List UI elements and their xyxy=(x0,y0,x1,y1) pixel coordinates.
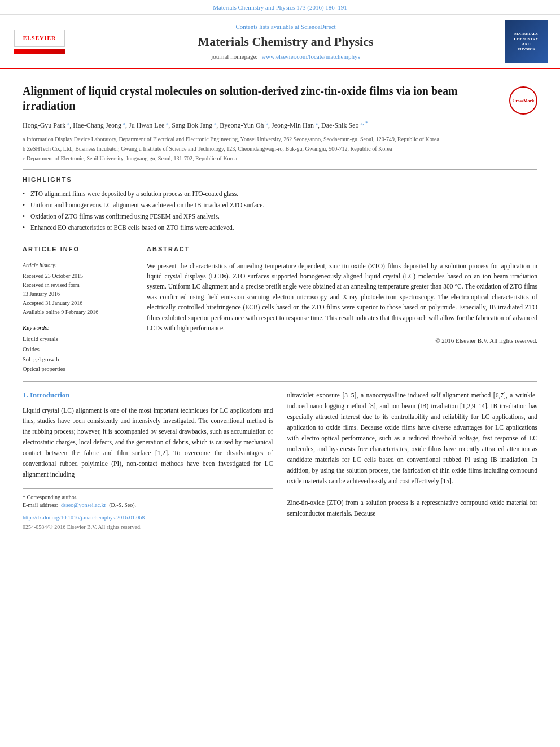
header-center: Contents lists available at ScienceDirec… xyxy=(73,23,498,62)
revised-date: Received in revised form 13 January 2016 xyxy=(23,281,135,299)
highlight-item: ZTO alignment films were deposited by a … xyxy=(23,189,537,198)
elsevier-logo: ELSEVIER xyxy=(14,30,65,47)
email-line: E-mail address: dsseo@yonsei.ac.kr (D.-S… xyxy=(23,501,273,509)
homepage-url[interactable]: www.elsevier.com/locate/matchemphys xyxy=(261,53,360,60)
keyword-2: Oxides xyxy=(23,344,135,355)
two-col-body: 1. Introduction Liquid crystal (LC) alig… xyxy=(23,390,537,531)
email-label: E-mail address: xyxy=(23,502,58,508)
corresponding-author: * Corresponding author. xyxy=(23,493,273,501)
keyword-4: Optical properties xyxy=(23,364,135,374)
journal-citation: Materials Chemistry and Physics 173 (201… xyxy=(213,4,347,11)
divider-2 xyxy=(23,238,537,238)
article-info-title: ARTICLE INFO xyxy=(23,245,135,256)
header-right: MATERIALS CHEMISTRY AND PHYSICS xyxy=(504,20,549,63)
available-date: Available online 9 February 2016 xyxy=(23,308,135,317)
main-content: Alignment of liquid crystal molecules on… xyxy=(0,69,560,543)
highlights-section: HIGHLIGHTS ZTO alignment films were depo… xyxy=(23,176,537,232)
affiliations-section: a Information Display Device Laboratory,… xyxy=(23,135,537,163)
article-title: Alignment of liquid crystal molecules on… xyxy=(23,84,537,113)
affiliation-a: a Information Display Device Laboratory,… xyxy=(23,135,537,143)
abstract-text: We present the characteristics of anneal… xyxy=(147,261,537,334)
accepted-date: Accepted 31 January 2016 xyxy=(23,299,135,308)
elsevier-bar xyxy=(14,49,65,54)
article-info-col: ARTICLE INFO Article history: Received 2… xyxy=(23,245,135,374)
article-title-container: Alignment of liquid crystal molecules on… xyxy=(23,84,537,113)
journal-badge: MATERIALS CHEMISTRY AND PHYSICS xyxy=(505,20,548,63)
intro-right-text: ultraviolet exposure [3–5], a nanocrysta… xyxy=(287,390,538,519)
keywords-section: Keywords: Liquid crystals Oxides Sol–gel… xyxy=(23,324,135,375)
received-date: Received 23 October 2015 xyxy=(23,272,135,281)
header-left: ELSEVIER xyxy=(11,30,68,54)
keyword-3: Sol–gel growth xyxy=(23,355,135,365)
body-left-col: 1. Introduction Liquid crystal (LC) alig… xyxy=(23,390,273,531)
homepage-line: journal homepage: www.elsevier.com/locat… xyxy=(73,53,498,61)
divider-3 xyxy=(23,381,537,382)
sciencedirect-link[interactable]: Contents lists available at ScienceDirec… xyxy=(73,23,498,31)
two-col-section: ARTICLE INFO Article history: Received 2… xyxy=(23,245,537,374)
issn-line: 0254-0584/© 2016 Elsevier B.V. All right… xyxy=(23,523,273,531)
author-list: Hong-Gyu Park a, Hae-Chang Jeong a, Ju H… xyxy=(23,121,368,129)
divider-1 xyxy=(23,169,537,170)
copyright-line: © 2016 Elsevier B.V. All rights reserved… xyxy=(147,337,537,345)
history-label: Article history: xyxy=(23,261,135,270)
body-content: 1. Introduction Liquid crystal (LC) alig… xyxy=(23,390,537,531)
highlights-list: ZTO alignment films were deposited by a … xyxy=(23,189,537,232)
doi-line[interactable]: http://dx.doi.org/10.1016/j.matchemphys.… xyxy=(23,514,273,522)
top-bar: Materials Chemistry and Physics 173 (201… xyxy=(0,0,560,15)
abstract-title: ABSTRACT xyxy=(147,245,537,256)
keywords-title: Keywords: xyxy=(23,324,135,332)
article-history: Article history: Received 23 October 201… xyxy=(23,261,135,317)
footnote-section: * Corresponding author. E-mail address: … xyxy=(23,488,273,531)
affiliation-b: b ZeSHTech Co., Ltd., Business Incubator… xyxy=(23,145,537,153)
authors-line: Hong-Gyu Park a, Hae-Chang Jeong a, Ju H… xyxy=(23,120,537,130)
intro-heading: 1. Introduction xyxy=(23,390,273,400)
keyword-1: Liquid crystals xyxy=(23,334,135,344)
body-right-col: ultraviolet exposure [3–5], a nanocrysta… xyxy=(287,390,538,531)
keywords-list: Liquid crystals Oxides Sol–gel growth Op… xyxy=(23,334,135,374)
homepage-label: journal homepage: xyxy=(211,53,257,60)
affiliation-c: c Department of Electronic, Seoil Univer… xyxy=(23,154,537,163)
highlight-item: Uniform and homogeneous LC alignment was… xyxy=(23,200,537,209)
header-section: ELSEVIER Contents lists available at Sci… xyxy=(0,15,560,69)
abstract-col: ABSTRACT We present the characteristics … xyxy=(147,245,537,374)
highlight-item: Enhanced EO characteristics of ECB cells… xyxy=(23,223,537,232)
highlights-title: HIGHLIGHTS xyxy=(23,176,537,184)
email-address[interactable]: dsseo@yonsei.ac.kr xyxy=(61,502,106,508)
highlight-item: Oxidation of ZTO films was confirmed usi… xyxy=(23,212,537,221)
email-person: (D.-S. Seo). xyxy=(109,502,136,508)
intro-left-text: Liquid crystal (LC) alignment is one of … xyxy=(23,405,273,480)
journal-title: Materials Chemistry and Physics xyxy=(73,33,498,51)
